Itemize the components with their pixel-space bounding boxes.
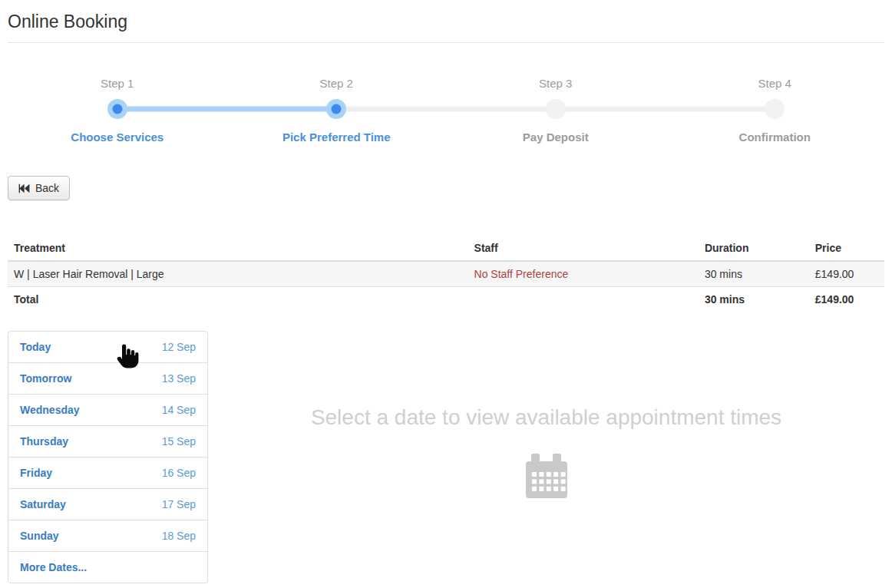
col-header-price: Price	[809, 236, 884, 261]
step-number: Step 3	[446, 77, 666, 90]
date-row-wednesday[interactable]: Wednesday 14 Sep	[8, 395, 207, 426]
col-header-duration: Duration	[699, 236, 809, 261]
total-row: Total 30 mins £149.00	[8, 287, 884, 312]
date-list: Today 12 Sep Tomorrow 13 Sep Wednesday 1…	[8, 331, 208, 583]
date-row-saturday[interactable]: Saturday 17 Sep	[8, 489, 207, 520]
date-row-friday[interactable]: Friday 16 Sep	[8, 458, 207, 489]
date-value-label: 13 Sep	[162, 372, 196, 385]
date-day-label: Saturday	[20, 498, 66, 510]
step-4-confirmation: Step 4 Confirmation	[666, 77, 885, 144]
page-header: Online Booking	[8, 0, 884, 43]
back-button[interactable]: Back	[8, 176, 70, 200]
empty-state-message: Select a date to view available appointm…	[208, 406, 884, 429]
date-value-label: 18 Sep	[162, 530, 196, 542]
date-day-label: Sunday	[20, 530, 59, 542]
step-number: Step 1	[8, 77, 227, 90]
total-label: Total	[8, 287, 468, 312]
step-2-dot	[326, 99, 346, 119]
total-duration: 30 mins	[699, 287, 809, 312]
page-title: Online Booking	[8, 12, 884, 32]
treatment-duration: 30 mins	[699, 261, 809, 287]
total-staff-empty	[468, 287, 699, 312]
step-number: Step 4	[666, 77, 885, 90]
more-dates-link[interactable]: More Dates...	[8, 552, 207, 583]
date-row-today[interactable]: Today 12 Sep	[8, 332, 207, 363]
step-2-label[interactable]: Pick Preferred Time	[227, 130, 447, 144]
date-day-label: Tomorrow	[20, 372, 71, 385]
date-day-label: Wednesday	[20, 404, 80, 416]
date-day-label: Friday	[20, 467, 52, 479]
date-row-thursday[interactable]: Thursday 15 Sep	[8, 426, 207, 458]
step-dot-row	[666, 99, 885, 119]
more-dates-label: More Dates...	[20, 561, 87, 573]
date-row-sunday[interactable]: Sunday 18 Sep	[8, 520, 207, 552]
appointment-times-empty-state: Select a date to view available appointm…	[208, 331, 884, 502]
date-value-label: 12 Sep	[162, 341, 196, 353]
date-value-label: 14 Sep	[162, 404, 196, 416]
online-booking-page: Online Booking Step 1 Choose Services St…	[0, 0, 892, 583]
total-price: £149.00	[809, 287, 884, 312]
col-header-treatment: Treatment	[8, 236, 468, 261]
step-3-label: Pay Deposit	[446, 130, 666, 144]
date-value-label: 17 Sep	[162, 498, 196, 510]
step-1-label[interactable]: Choose Services	[8, 130, 227, 144]
step-3-dot	[546, 99, 566, 119]
back-button-label: Back	[35, 182, 59, 194]
summary-header-row: Treatment Staff Duration Price	[8, 236, 884, 261]
time-selection-area: Today 12 Sep Tomorrow 13 Sep Wednesday 1…	[8, 331, 884, 583]
date-value-label: 16 Sep	[162, 467, 196, 479]
staff-preference: No Staff Preference	[468, 261, 699, 287]
date-row-tomorrow[interactable]: Tomorrow 13 Sep	[8, 363, 207, 395]
date-value-label: 15 Sep	[162, 435, 196, 448]
step-number: Step 2	[227, 77, 447, 90]
treatment-name: W | Laser Hair Removal | Large	[8, 261, 468, 287]
step-4-label: Confirmation	[666, 130, 885, 144]
booking-progress-steps: Step 1 Choose Services Step 2 Pick Prefe…	[8, 77, 884, 144]
date-day-label: Thursday	[20, 435, 68, 448]
treatment-price: £149.00	[809, 261, 884, 287]
col-header-staff: Staff	[468, 236, 699, 261]
step-connector-todo	[336, 107, 556, 112]
calendar-icon	[208, 454, 884, 502]
step-connector-todo	[556, 107, 775, 112]
step-connector-done	[117, 107, 337, 112]
back-icon	[18, 183, 30, 193]
booking-summary-table: Treatment Staff Duration Price W | Laser…	[8, 236, 884, 312]
step-4-dot	[765, 99, 785, 119]
treatment-row: W | Laser Hair Removal | Large No Staff …	[8, 261, 884, 287]
date-day-label: Today	[20, 341, 51, 353]
step-1-dot	[107, 99, 127, 119]
